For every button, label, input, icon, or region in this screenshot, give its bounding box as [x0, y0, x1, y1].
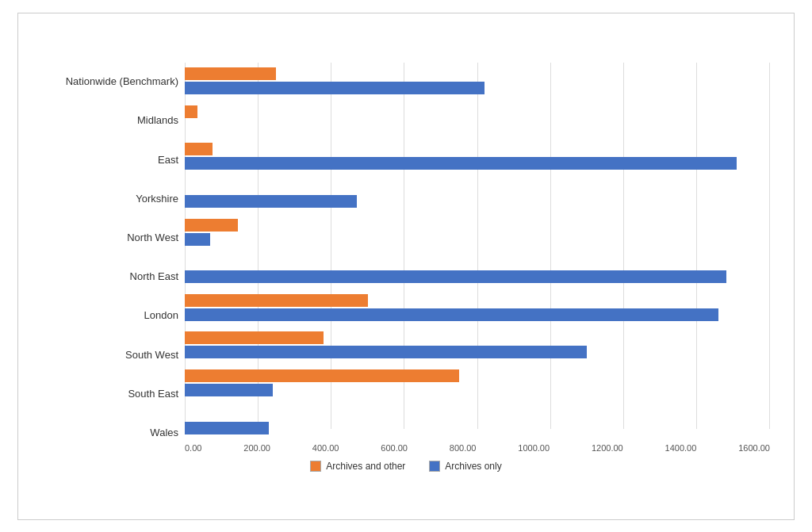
bar-orange — [185, 143, 213, 155]
x-axis-label: 1400.00 — [665, 443, 697, 453]
bar-group — [185, 368, 770, 398]
bar-group — [185, 330, 770, 360]
bar-row-blue — [185, 233, 770, 246]
bar-row-blue — [185, 270, 770, 283]
bar-row-orange-empty — [185, 408, 770, 420]
legend-item: Archives only — [429, 461, 501, 472]
y-label: London — [42, 309, 178, 322]
x-axis-label: 600.00 — [381, 443, 408, 453]
bar-row-orange — [185, 143, 770, 155]
bar-blue — [185, 82, 485, 94]
y-label: East — [42, 154, 178, 166]
bar-blue — [185, 270, 726, 283]
bar-row-blue — [185, 157, 770, 170]
x-axis-label: 0.00 — [185, 443, 201, 453]
bar-group — [185, 293, 770, 323]
x-axis-label: 1600.00 — [738, 443, 770, 453]
bar-orange — [185, 67, 276, 80]
x-axis-label: 400.00 — [312, 443, 339, 453]
bar-row-orange — [185, 294, 770, 307]
bars-and-grid: 0.00200.00400.00600.00800.001000.001200.… — [185, 63, 770, 453]
bar-blue — [185, 157, 737, 170]
bar-group — [185, 104, 770, 134]
bar-row-orange — [185, 219, 770, 232]
bar-group — [185, 66, 770, 96]
bar-row-blue — [185, 384, 770, 396]
y-label: Nationwide (Benchmark) — [42, 75, 178, 88]
y-label: Yorkshire — [42, 193, 178, 205]
bar-group — [185, 141, 770, 171]
x-axis-label: 1000.00 — [518, 443, 550, 453]
bar-group — [185, 255, 770, 285]
y-label: South East — [42, 388, 178, 400]
bar-blue — [185, 195, 357, 208]
legend-swatch — [429, 461, 440, 472]
bar-orange — [185, 369, 459, 382]
legend: Archives and otherArchives only — [42, 461, 770, 472]
bar-orange — [185, 294, 368, 307]
bar-row-blue — [185, 346, 770, 358]
bar-row-blue — [185, 82, 770, 94]
bar-blue — [185, 308, 718, 321]
legend-label: Archives only — [445, 461, 501, 472]
legend-swatch — [310, 461, 321, 472]
chart-container: Nationwide (Benchmark)MidlandsEastYorksh… — [17, 13, 795, 520]
bar-row-blue — [185, 422, 770, 434]
bar-row-orange — [185, 331, 770, 344]
bar-blue — [185, 233, 210, 246]
bar-row-orange — [185, 67, 770, 80]
bar-group — [185, 406, 770, 436]
x-axis-labels: 0.00200.00400.00600.00800.001000.001200.… — [185, 443, 770, 453]
y-label: Wales — [42, 427, 178, 439]
bar-row-blue — [185, 308, 770, 321]
bar-row-blue-empty — [185, 120, 770, 132]
x-axis-label: 800.00 — [450, 443, 477, 453]
x-axis-label: 200.00 — [243, 443, 270, 453]
bar-blue — [185, 346, 587, 358]
bars-wrapper — [185, 63, 770, 440]
bar-blue — [185, 422, 269, 434]
bar-orange — [185, 331, 324, 344]
bar-orange — [185, 219, 238, 232]
bar-group — [185, 179, 770, 209]
x-axis-label: 1200.00 — [592, 443, 623, 453]
bar-row-blue — [185, 195, 770, 208]
bar-row-orange — [185, 105, 770, 118]
y-label: Midlands — [42, 114, 178, 127]
bar-row-orange-empty — [185, 181, 770, 193]
chart-area: Nationwide (Benchmark)MidlandsEastYorksh… — [42, 63, 770, 453]
legend-item: Archives and other — [310, 461, 405, 472]
bar-row-orange — [185, 369, 770, 382]
bar-orange — [185, 105, 197, 118]
y-label: North West — [42, 232, 178, 244]
bar-group — [185, 217, 770, 247]
bar-blue — [185, 384, 273, 396]
y-label: South West — [42, 349, 178, 362]
legend-label: Archives and other — [326, 461, 405, 472]
bar-row-orange-empty — [185, 256, 770, 269]
y-axis-labels: Nationwide (Benchmark)MidlandsEastYorksh… — [42, 63, 185, 453]
chart-title — [42, 29, 770, 50]
y-label: North East — [42, 270, 178, 283]
